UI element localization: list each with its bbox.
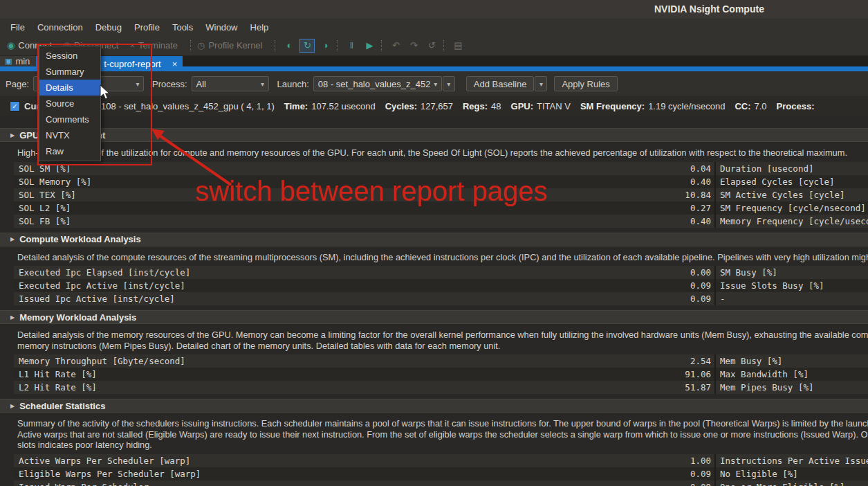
menu-item-tools[interactable]: Tools [166, 20, 199, 35]
add-baseline-button[interactable]: Add Baseline [466, 76, 535, 91]
kernel-stat: Regs:48 [463, 101, 501, 111]
section-header[interactable]: ▶Compute Workload Analysis [0, 233, 868, 246]
auto-profile-button[interactable]: ◐ [281, 39, 297, 53]
section-header[interactable]: ▶Memory Workload Analysis [0, 310, 868, 324]
expand-icon[interactable]: ▶ [10, 314, 15, 321]
metric-name-2: Instructions Per Active Issue Slot [inst… [716, 454, 868, 467]
api-statistics-button[interactable]: ▤ [450, 39, 465, 53]
menu-item-file[interactable]: File [4, 20, 31, 35]
kernel-stat: Time:107.52 usecond [284, 101, 376, 111]
kernel-stat-value: 127,657 [421, 101, 453, 111]
profile-mode-button[interactable]: ↻ [299, 39, 315, 53]
run-to-next-kernel-button[interactable]: ↺ [424, 39, 439, 53]
section-title: Memory Workload Analysis [19, 312, 136, 323]
add-baseline-dropdown[interactable]: ▾ [535, 76, 547, 91]
launch-select[interactable]: 08 - set_halo_values_z_452_gpu ▾ [313, 76, 442, 91]
report-file-icon: ▣ [5, 57, 12, 66]
apply-rules-button[interactable]: Apply Rules [554, 76, 617, 91]
expand-icon[interactable]: ▶ [10, 403, 15, 409]
metrics-table: Memory Throughput [Gbyte/second]2.54Mem … [14, 354, 868, 394]
table-row[interactable]: Issued Warp Per Scheduler0.09One or More… [14, 480, 868, 486]
launch-options-button[interactable]: ▾ [443, 76, 455, 91]
menu-item-debug[interactable]: Debug [89, 20, 128, 35]
process-label: Process: [152, 79, 187, 89]
table-row[interactable]: SOL FB [%]0.40Memory Frequency [cycle/us… [14, 215, 868, 228]
process-select-value: All [192, 79, 257, 89]
toolbar-separator [190, 40, 191, 51]
run-to-next-kernel-icon: ↺ [428, 41, 436, 50]
toolbar-separator [275, 40, 275, 51]
table-row[interactable]: Eligible Warps Per Scheduler [warp]0.09N… [14, 467, 868, 480]
metric-name-2: One or More Eligible [%] [716, 480, 868, 486]
kernel-stat-label: Cycles: [385, 101, 417, 111]
table-row[interactable]: Memory Throughput [Gbyte/second]2.54Mem … [14, 354, 868, 368]
api-statistics-icon: ▤ [454, 41, 462, 50]
table-row[interactable]: Executed Ipc Elapsed [inst/cycle]0.00SM … [14, 266, 868, 279]
metric-name: L1 Hit Rate [%] [14, 368, 593, 381]
metric-name-2: Elapsed Cycles [cycle] [716, 175, 868, 188]
run-to-next-range-icon: ↷ [410, 41, 418, 50]
pause-icon: ‖ [350, 41, 353, 50]
menu-item-connection[interactable]: Connection [31, 20, 89, 35]
metrics-table: Executed Ipc Elapsed [inst/cycle]0.00SM … [14, 266, 868, 305]
run-to-next-range-button[interactable]: ↷ [406, 39, 421, 53]
metric-value: 51.87 [593, 381, 711, 394]
metric-name-2: SM Frequency [cycle/nsecond] [716, 201, 868, 215]
kernel-stat: CC:7.0 [735, 101, 766, 111]
pause-button[interactable]: ‖ [344, 39, 359, 53]
table-row[interactable]: Issued Ipc Active [inst/cycle]0.09- [14, 292, 868, 305]
tab-label: min [15, 56, 30, 66]
window-title: NVIDIA Nsight Compute [654, 3, 764, 15]
description-line: memory instructions (Mem Pipes Busy). De… [17, 341, 868, 352]
launch-label: Launch: [277, 79, 309, 89]
metric-value: 0.40 [593, 175, 711, 188]
metric-name: Executed Ipc Active [inst/cycle] [14, 279, 593, 292]
metric-name-2: Issue Slots Busy [%] [716, 279, 868, 292]
table-row[interactable]: L1 Hit Rate [%]91.06Max Bandwidth [%] [14, 368, 868, 381]
chevron-down-icon: ▾ [443, 80, 454, 88]
table-row[interactable]: Active Warps Per Scheduler [warp]1.00Ins… [14, 454, 868, 467]
metric-value: 0.09 [593, 467, 711, 480]
kernel-stat-label: CC: [735, 101, 750, 111]
process-select[interactable]: All ▾ [192, 76, 269, 91]
kernel-checkbox[interactable]: ✓ [10, 101, 20, 111]
occupancy-button[interactable]: ◑ [317, 39, 333, 53]
metric-name-2: Max Bandwidth [%] [716, 368, 868, 381]
expand-icon[interactable]: ▶ [10, 132, 15, 138]
metric-value: 0.09 [593, 279, 711, 292]
tab-close-icon[interactable]: × [172, 59, 178, 69]
kernel-stat-label: Regs: [463, 101, 488, 111]
kernel-stat: Cycles:127,657 [385, 101, 453, 111]
profile-mode-icon: ↻ [304, 41, 311, 50]
run-to-next-api-call-button[interactable]: ↶ [388, 39, 403, 53]
connect-icon: ◉ [7, 41, 15, 50]
metric-name-2: - [716, 292, 868, 305]
resume-button[interactable]: ▶ [362, 39, 377, 53]
toolbar-separator [443, 40, 444, 51]
description-line: Active warps that are not stalled (Eligi… [17, 429, 868, 440]
toolbar-separator [381, 40, 382, 51]
kernel-stat-label: Time: [284, 101, 308, 111]
table-row[interactable]: Executed Ipc Active [inst/cycle]0.09Issu… [14, 279, 868, 292]
metric-name: L2 Hit Rate [%] [14, 381, 593, 394]
metric-name: Issued Ipc Active [inst/cycle] [14, 292, 593, 305]
metric-value: 0.40 [593, 215, 711, 228]
metric-value: 91.06 [593, 368, 711, 381]
menu-item-profile[interactable]: Profile [128, 20, 166, 35]
toolbar-separator [337, 40, 338, 51]
profile-kernel-icon: ◷ [197, 41, 205, 50]
section-description: Detailed analysis of the compute resourc… [0, 246, 868, 267]
tab-report-1[interactable]: ▣ min [0, 56, 36, 66]
profile-kernel-button[interactable]: ◷ Profile Kernel [197, 40, 262, 51]
kernel-stat-label: SM Frequency: [580, 101, 645, 111]
menu-item-window[interactable]: Window [199, 20, 243, 35]
metric-name: Executed Ipc Elapsed [inst/cycle] [14, 266, 593, 279]
add-baseline-label: Add Baseline [474, 79, 527, 89]
metric-name: SOL FB [%] [14, 215, 593, 228]
menu-item-help[interactable]: Help [244, 20, 275, 35]
expand-icon[interactable]: ▶ [10, 236, 15, 242]
metric-value: 0.09 [593, 480, 711, 486]
metric-value: 2.54 [593, 354, 711, 368]
section-header[interactable]: ▶Scheduler Statistics [0, 399, 868, 413]
table-row[interactable]: L2 Hit Rate [%]51.87Mem Pipes Busy [%] [14, 381, 868, 394]
